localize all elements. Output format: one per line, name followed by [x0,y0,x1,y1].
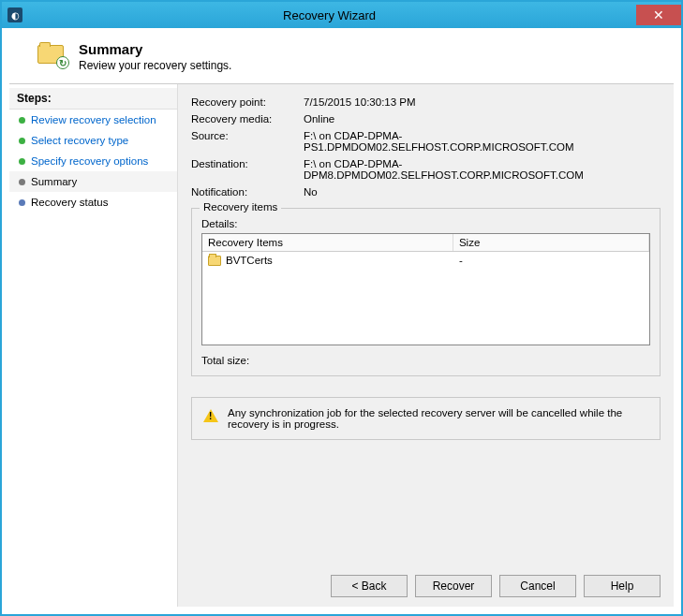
cell-name: BVTCerts [202,252,453,269]
column-recovery-items[interactable]: Recovery Items [202,234,453,251]
label: Recovery point: [191,96,304,108]
help-button[interactable]: Help [584,575,661,597]
step-current-icon [19,179,25,185]
group-title: Recovery items [200,201,281,213]
sync-warning-box: Any synchronization job for the selected… [191,397,661,440]
recovery-wizard-window: ◐ Recovery Wizard ✕ ↻ Summary Review you… [0,0,683,616]
table-header: Recovery Items Size [202,234,649,252]
titlebar: ◐ Recovery Wizard ✕ [2,2,681,28]
back-button[interactable]: < Back [331,575,408,597]
step-label: Summary [31,176,77,187]
client-area: ↻ Summary Review your recovery settings.… [2,28,681,614]
value: F:\ on CDAP-DPMA-DPM8.DPMDOM02.SELFHOST.… [304,158,661,181]
header-text: Summary Review your recovery settings. [79,41,231,72]
step-pending-icon [19,199,25,206]
row-destination: Destination: F:\ on CDAP-DPMA-DPM8.DPMDO… [191,158,661,181]
warning-icon [203,409,218,422]
button-bar: < Back Recover Cancel Help [191,564,661,597]
close-button[interactable]: ✕ [636,5,681,25]
step-done-icon [19,158,25,165]
step-label: Specify recovery options [31,155,148,167]
warning-text: Any synchronization job for the selected… [228,407,648,430]
recovery-items-group: Recovery items Details: Recovery Items S… [191,208,661,376]
total-size-row: Total size: [201,355,650,366]
label: Destination: [191,158,304,181]
step-label: Review recovery selection [31,114,156,125]
page-header: ↻ Summary Review your recovery settings. [9,36,674,83]
recover-button[interactable]: Recover [415,575,492,597]
page-title: Summary [79,41,231,57]
value: Online [304,113,661,125]
steps-header: Steps: [9,88,177,110]
label: Notification: [191,186,304,198]
row-notification: Notification: No [191,186,661,198]
folder-icon [208,256,221,266]
app-icon: ◐ [7,7,22,22]
step-specify-recovery-options[interactable]: Specify recovery options [9,151,177,171]
step-recovery-status: Recovery status [9,192,177,213]
step-select-recovery-type[interactable]: Select recovery type [9,130,177,151]
value: 7/15/2015 10:30:13 PM [304,96,661,108]
table-row[interactable]: BVTCerts - [202,252,649,269]
cell-size: - [453,252,649,269]
item-name: BVTCerts [226,255,273,266]
row-recovery-media: Recovery media: Online [191,113,661,125]
column-size[interactable]: Size [453,234,649,251]
row-recovery-point: Recovery point: 7/15/2015 10:30:13 PM [191,96,661,108]
value: F:\ on CDAP-DPMA-PS1.DPMDOM02.SELFHOST.C… [304,130,661,153]
step-review-recovery-selection[interactable]: Review recovery selection [9,110,177,130]
step-summary: Summary [9,171,177,192]
total-label: Total size: [201,355,249,366]
step-label: Recovery status [31,197,108,208]
details-label: Details: [201,218,650,229]
step-done-icon [19,117,25,124]
label: Recovery media: [191,113,304,125]
close-icon: ✕ [653,7,664,22]
recovery-folder-icon: ↻ [37,41,67,67]
step-label: Select recovery type [31,135,128,146]
label: Source: [191,130,304,153]
page-subtitle: Review your recovery settings. [79,59,231,72]
recovery-items-table: Recovery Items Size BVTCerts - [201,233,650,345]
step-done-icon [19,138,25,144]
window-title: Recovery Wizard [22,8,636,22]
steps-sidebar: Steps: Review recovery selection Select … [9,84,178,607]
cancel-button[interactable]: Cancel [499,575,576,597]
row-source: Source: F:\ on CDAP-DPMA-PS1.DPMDOM02.SE… [191,130,661,153]
wizard-body: Steps: Review recovery selection Select … [9,83,674,607]
value: No [304,186,661,198]
content-pane: Recovery point: 7/15/2015 10:30:13 PM Re… [178,84,674,607]
